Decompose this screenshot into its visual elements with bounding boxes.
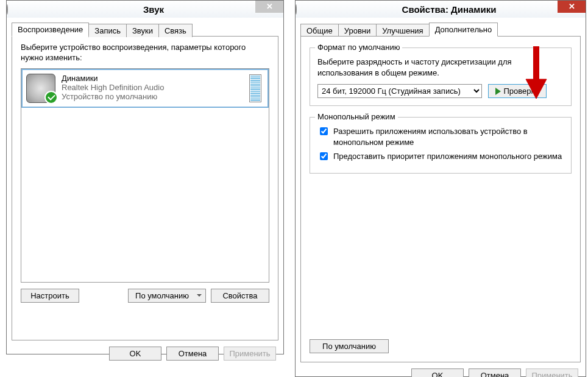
format-select[interactable]: 24 бит, 192000 Гц (Студийная запись) (317, 84, 482, 98)
tab-levels[interactable]: Уровни (338, 24, 377, 37)
device-list[interactable]: Динамики Realtek High Definition Audio У… (21, 68, 269, 283)
sound-dialog: Звук ✕ Воспроизведение Запись Звуки Связ… (6, 0, 284, 354)
chk-priority-exclusive[interactable]: Предоставить приоритет приложениям моноп… (317, 151, 564, 162)
chk-priority-exclusive-label: Предоставить приоритет приложениям моноп… (333, 151, 562, 162)
chk-allow-exclusive[interactable]: Разрешить приложениям использовать устро… (317, 126, 564, 147)
chk-allow-exclusive-label: Разрешить приложениям использовать устро… (333, 126, 564, 147)
device-driver: Realtek High Definition Audio (62, 83, 249, 92)
svg-marker-1 (526, 79, 547, 99)
default-check-icon (44, 91, 58, 104)
props-footer: OK Отмена Применить (296, 362, 586, 377)
device-speakers[interactable]: Динамики Realtek High Definition Audio У… (21, 69, 269, 108)
device-name: Динамики (62, 74, 249, 83)
sound-title: Звук (24, 4, 283, 15)
tab-advanced[interactable]: Дополнительно (429, 23, 498, 37)
sound-instruction: Выберите устройство воспроизведения, пар… (21, 43, 269, 63)
speaker-icon (26, 74, 55, 103)
props-ok-button[interactable]: OK (411, 368, 464, 377)
props-titlebar[interactable]: Свойства: Динамики ✕ (296, 1, 586, 18)
group-exclusive: Монопольный режим Разрешить приложениям … (310, 117, 572, 174)
device-status: Устройство по умолчанию (62, 92, 249, 101)
restore-defaults-button[interactable]: По умолчанию (310, 339, 389, 353)
sound-close-button[interactable]: ✕ (255, 1, 283, 13)
sound-titlebar[interactable]: Звук ✕ (7, 1, 283, 18)
tab-playback[interactable]: Воспроизведение (12, 23, 89, 37)
chk-allow-exclusive-input[interactable] (320, 127, 328, 135)
sound-ok-button[interactable]: OK (109, 347, 161, 361)
props-tabs: Общие Уровни Улучшения Дополнительно (300, 23, 581, 37)
legend-exclusive: Монопольный режим (315, 112, 398, 121)
sound-tabs: Воспроизведение Запись Звуки Связь (12, 23, 278, 37)
properties-button[interactable]: Свойства (211, 289, 269, 303)
sound-apply-button: Применить (224, 347, 276, 361)
tab-recording[interactable]: Запись (88, 24, 127, 37)
sound-sys-icon (7, 4, 8, 15)
chk-priority-exclusive-input[interactable] (320, 152, 328, 160)
play-icon (495, 88, 501, 95)
annotation-arrow (521, 44, 551, 102)
close-icon: ✕ (266, 2, 273, 11)
device-info: Динамики Realtek High Definition Audio У… (62, 74, 249, 103)
tab-sounds[interactable]: Звуки (126, 24, 159, 37)
props-apply-button: Применить (526, 368, 578, 377)
sound-footer: OK Отмена Применить (7, 340, 283, 368)
props-close-button[interactable]: ✕ (558, 1, 586, 13)
props-title: Свойства: Динамики (313, 4, 586, 15)
close-icon: ✕ (569, 2, 575, 11)
set-default-button[interactable]: По умолчанию (128, 289, 206, 303)
props-sys-icon (296, 4, 297, 15)
level-meter (249, 74, 261, 102)
legend-default-format: Формат по умолчанию (315, 43, 402, 52)
tab-general[interactable]: Общие (300, 24, 339, 37)
tab-enhance[interactable]: Улучшения (376, 24, 429, 37)
tab-comm[interactable]: Связь (158, 24, 193, 37)
configure-button[interactable]: Настроить (21, 289, 79, 303)
props-cancel-button[interactable]: Отмена (469, 368, 521, 377)
sound-tabpane: Выберите устройство воспроизведения, пар… (12, 36, 278, 340)
sound-cancel-button[interactable]: Отмена (166, 347, 219, 361)
